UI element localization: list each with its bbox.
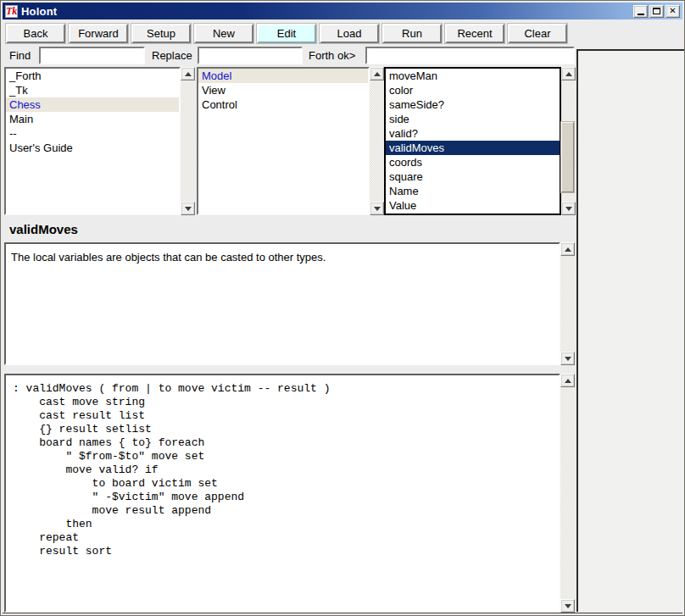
title-bar[interactable]: Tk Holont ✕ [3, 3, 682, 19]
clear-button[interactable]: Clear [508, 24, 567, 43]
scroll-up-button[interactable] [560, 374, 575, 387]
words-scrollbar[interactable] [561, 67, 576, 215]
list-item[interactable]: side [386, 112, 560, 126]
list-item[interactable]: Value [386, 198, 560, 213]
list-item[interactable]: sameSide? [386, 97, 560, 112]
window-bottom-edge [3, 613, 682, 613]
code-line: repeat [13, 531, 559, 545]
list-item-selected[interactable]: Chess [6, 97, 179, 112]
modules-list[interactable]: _Forth _Tk Chess Main -- User's Guide [4, 67, 181, 215]
scrollbar-trough[interactable] [561, 80, 576, 202]
minimize-icon [638, 14, 644, 15]
code-line: " -$victim" move append [13, 491, 559, 504]
forth-command-input[interactable] [365, 47, 575, 64]
list-item[interactable]: moveMan [386, 69, 560, 83]
toolbar: Back Forward Setup New Edit Load Run Rec… [6, 24, 567, 44]
new-button[interactable]: New [194, 24, 253, 43]
sections-scrollbar[interactable] [370, 67, 384, 215]
list-item[interactable]: square [386, 169, 560, 184]
setup-button[interactable]: Setup [131, 24, 191, 43]
list-item[interactable]: color [386, 83, 560, 97]
list-item[interactable]: coords [386, 155, 560, 169]
list-item[interactable]: _Forth [6, 69, 179, 83]
scroll-down-button[interactable] [560, 599, 575, 613]
forth-ok-label: Forth ok> [309, 49, 355, 62]
code-line: then [13, 518, 559, 531]
scroll-down-button[interactable] [560, 352, 575, 365]
words-list[interactable]: moveMan color sameSide? side valid? vali… [384, 67, 561, 215]
list-item[interactable]: -- [6, 126, 179, 141]
list-item[interactable]: Main [6, 112, 179, 126]
list-item-selected[interactable]: validMoves [386, 141, 560, 155]
description-editor[interactable]: The local variables are objects that can… [4, 242, 560, 365]
arrow-down-icon [185, 207, 192, 211]
replace-label: Replace [152, 49, 192, 62]
scroll-up-button[interactable] [560, 242, 575, 256]
list-item[interactable]: Name [386, 184, 560, 198]
recent-button[interactable]: Recent [445, 24, 504, 43]
arrow-down-icon [374, 207, 381, 211]
list-item[interactable]: View [198, 83, 368, 97]
code-line: board names { to} foreach [13, 436, 559, 450]
code-line: " $from-$to" move set [13, 450, 559, 463]
scroll-down-button[interactable] [181, 202, 195, 215]
close-icon: ✕ [669, 7, 676, 15]
scroll-down-button[interactable] [370, 202, 384, 215]
maximize-icon [653, 8, 660, 14]
code-line: result sort [13, 545, 559, 558]
window-controls: ✕ [633, 5, 680, 18]
arrow-up-icon [565, 72, 572, 76]
code-line: : validMoves ( from | to move victim -- … [13, 382, 559, 396]
arrow-down-icon [565, 357, 571, 361]
forward-button[interactable]: Forward [69, 24, 128, 43]
scrollbar-trough[interactable] [560, 387, 575, 599]
code-editor[interactable]: : validMoves ( from | to move victim -- … [4, 374, 560, 613]
arrow-down-icon [565, 604, 571, 608]
list-item[interactable]: User's Guide [6, 141, 179, 155]
list-item[interactable]: _Tk [6, 83, 179, 97]
list-item-selected[interactable]: Model [198, 69, 368, 83]
scrollbar-trough[interactable] [560, 256, 575, 352]
holont-window: Tk Holont ✕ Back Forward Setup New Edit … [0, 0, 685, 616]
code-line: to board victim set [13, 477, 559, 491]
scroll-up-button[interactable] [561, 67, 576, 80]
find-label: Find [9, 49, 31, 62]
scroll-down-button[interactable] [561, 202, 576, 215]
scrollbar-trough[interactable] [370, 80, 384, 202]
run-button[interactable]: Run [382, 24, 442, 43]
list-item[interactable]: Control [198, 97, 368, 112]
code-scrollbar[interactable] [560, 374, 575, 613]
description-scrollbar[interactable] [560, 242, 575, 365]
scrollbar-thumb[interactable] [561, 122, 574, 192]
code-line: cast result list [13, 409, 559, 423]
maximize-button[interactable] [649, 5, 664, 18]
modules-scrollbar[interactable] [181, 67, 195, 215]
load-button[interactable]: Load [320, 24, 379, 43]
scroll-up-button[interactable] [181, 67, 195, 80]
description-text: The local variables are objects that can… [11, 251, 326, 264]
arrow-up-icon [565, 379, 571, 383]
list-item[interactable]: valid? [386, 126, 560, 141]
arrow-up-icon [565, 247, 571, 252]
minimize-button[interactable] [633, 5, 648, 18]
back-button[interactable]: Back [6, 24, 65, 43]
arrow-up-icon [185, 72, 192, 76]
find-input[interactable] [39, 47, 145, 64]
arrow-up-icon [374, 72, 381, 76]
code-line: {} result setlist [13, 423, 559, 436]
close-button[interactable]: ✕ [666, 5, 680, 18]
edit-button[interactable]: Edit [257, 24, 316, 43]
scrollbar-trough[interactable] [181, 80, 195, 202]
tk-logo-icon: Tk [5, 5, 18, 18]
word-heading: validMoves [9, 222, 78, 236]
right-empty-panel [576, 49, 684, 612]
arrow-down-icon [565, 207, 572, 211]
code-line: move result append [13, 504, 559, 518]
replace-input[interactable] [198, 47, 303, 64]
window-title: Holont [21, 5, 57, 18]
sections-list[interactable]: Model View Control [197, 67, 370, 215]
code-line: cast move string [13, 396, 559, 409]
scroll-up-button[interactable] [370, 67, 384, 80]
code-line: move valid? if [13, 463, 559, 477]
